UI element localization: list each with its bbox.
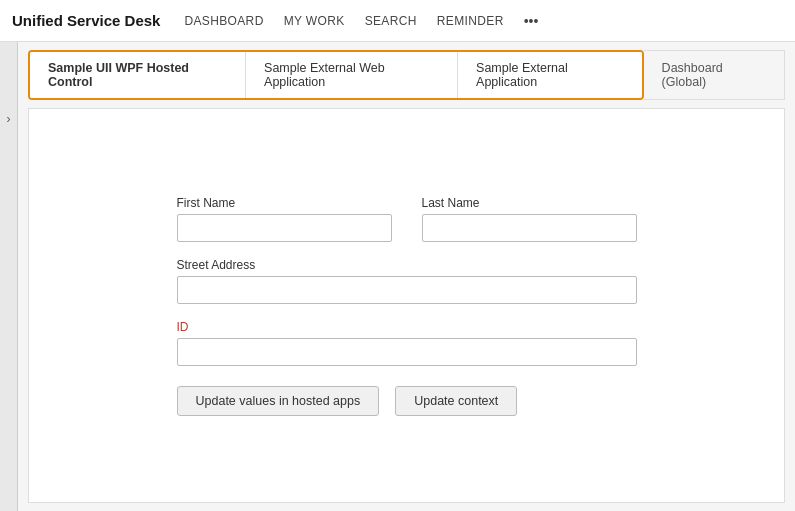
tab-dashboard-global[interactable]: Dashboard (Global) (644, 50, 785, 100)
tab-bar-wrapper: Sample UII WPF Hosted Control Sample Ext… (18, 42, 795, 100)
first-name-input[interactable] (177, 214, 392, 242)
id-input[interactable] (177, 338, 637, 366)
last-name-input[interactable] (422, 214, 637, 242)
street-address-label: Street Address (177, 258, 637, 272)
tab-external-web[interactable]: Sample External Web Application (246, 52, 458, 98)
first-name-group: First Name (177, 196, 392, 242)
nav-reminder[interactable]: REMINDER (437, 14, 504, 28)
update-hosted-button[interactable]: Update values in hosted apps (177, 386, 380, 416)
update-context-button[interactable]: Update context (395, 386, 517, 416)
main-layout: › Sample UII WPF Hosted Control Sample E… (0, 42, 795, 511)
content-area: Sample UII WPF Hosted Control Sample Ext… (18, 42, 795, 511)
sidebar-arrow-icon: › (7, 112, 11, 126)
name-row: First Name Last Name (177, 196, 637, 242)
street-address-input[interactable] (177, 276, 637, 304)
tab-external-app[interactable]: Sample External Application (458, 52, 642, 98)
nav-links: DASHBOARD MY WORK SEARCH REMINDER ••• (184, 13, 538, 29)
form-inner: First Name Last Name Street Address ID (177, 196, 637, 416)
id-group: ID (177, 320, 637, 366)
button-row: Update values in hosted apps Update cont… (177, 386, 637, 416)
last-name-group: Last Name (422, 196, 637, 242)
highlighted-tabs: Sample UII WPF Hosted Control Sample Ext… (28, 50, 644, 100)
nav-my-work[interactable]: MY WORK (284, 14, 345, 28)
first-name-label: First Name (177, 196, 392, 210)
id-label: ID (177, 320, 637, 334)
nav-search[interactable]: SEARCH (365, 14, 417, 28)
app-title: Unified Service Desk (12, 12, 160, 29)
nav-dashboard[interactable]: DASHBOARD (184, 14, 263, 28)
sidebar-toggle[interactable]: › (0, 42, 18, 511)
nav-more[interactable]: ••• (524, 13, 539, 29)
street-address-group: Street Address (177, 258, 637, 304)
tab-wpf-hosted[interactable]: Sample UII WPF Hosted Control (30, 52, 246, 98)
top-nav-bar: Unified Service Desk DASHBOARD MY WORK S… (0, 0, 795, 42)
last-name-label: Last Name (422, 196, 637, 210)
form-panel: First Name Last Name Street Address ID (28, 108, 785, 503)
